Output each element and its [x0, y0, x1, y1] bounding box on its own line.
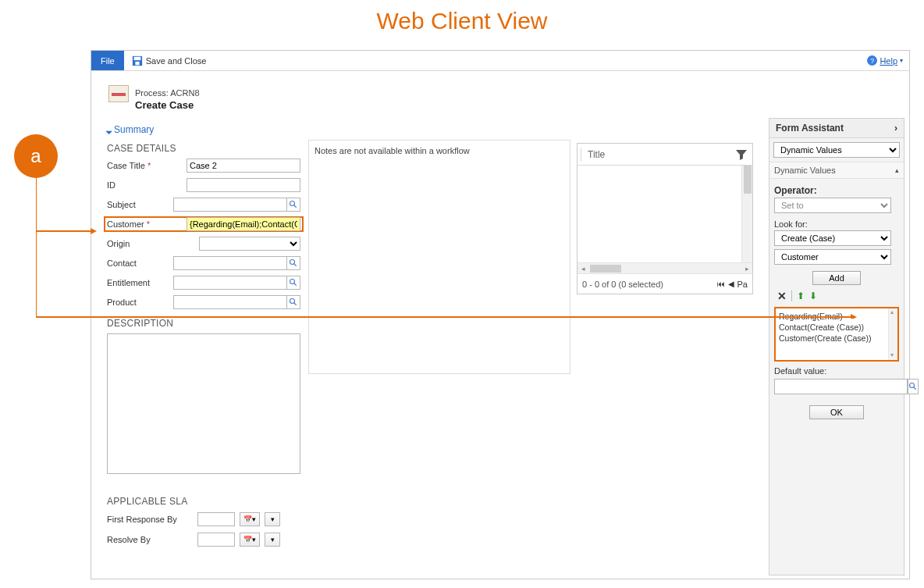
product-input[interactable] — [173, 295, 286, 309]
help-link[interactable]: ? Help ▾ — [867, 51, 909, 70]
first-response-time-picker[interactable]: ▾ — [265, 512, 280, 526]
move-up-icon[interactable]: ⬆ — [797, 290, 805, 301]
sla-section: APPLICABLE SLA First Response By 📅▾ ▾ Re… — [107, 496, 300, 547]
save-icon — [132, 55, 143, 66]
default-value-lookup-button[interactable] — [908, 379, 919, 394]
svg-rect-7 — [133, 56, 140, 59]
list-item[interactable]: Customer(Create (Case)) — [779, 333, 894, 344]
default-value-input[interactable] — [774, 379, 908, 394]
lookup-icon — [908, 382, 918, 391]
ok-button[interactable]: OK — [809, 405, 864, 419]
svg-point-17 — [910, 383, 915, 388]
case-title-input[interactable] — [187, 159, 300, 173]
svg-rect-8 — [135, 61, 139, 64]
description-section: DESCRIPTION — [107, 318, 300, 474]
description-heading: DESCRIPTION — [107, 318, 300, 329]
notes-unavailable-message: Notes are not available within a workflo… — [315, 146, 470, 155]
entitlement-lookup-button[interactable] — [286, 276, 300, 290]
origin-select[interactable] — [199, 237, 300, 251]
help-label: Help — [880, 56, 897, 66]
customer-input[interactable] — [187, 217, 300, 231]
lookup-icon — [289, 278, 298, 287]
notes-panel — [308, 140, 570, 374]
svg-point-15 — [290, 299, 295, 304]
page-heading: Web Client View — [0, 0, 924, 37]
grid-column-title[interactable]: Title — [588, 149, 735, 160]
case-title-label: Case Title — [107, 161, 187, 170]
summary-tab[interactable]: Summary — [107, 124, 154, 135]
entitlement-label: Entitlement — [107, 278, 173, 287]
svg-line-10 — [294, 205, 297, 208]
form-assistant-title: Form Assistant — [776, 123, 844, 134]
form-assistant-panel: Form Assistant › Dynamic Values Dynamic … — [769, 118, 904, 576]
resolve-by-time-picker[interactable]: ▾ — [265, 533, 280, 547]
lookup-icon — [289, 298, 298, 307]
collapse-up-icon[interactable]: ▴ — [895, 166, 899, 174]
first-response-date-input[interactable] — [197, 512, 235, 526]
subject-input[interactable] — [173, 198, 286, 212]
product-label: Product — [107, 298, 173, 307]
process-step: Create Case — [135, 99, 200, 111]
product-lookup-button[interactable] — [286, 295, 300, 309]
contact-label: Contact — [107, 258, 173, 268]
lookup-icon — [289, 258, 298, 268]
app-window: File Save and Close ? Help ▾ Process: AC… — [91, 50, 910, 579]
list-item[interactable]: Regarding(Email) — [779, 311, 894, 322]
subject-label: Subject — [107, 200, 173, 209]
operator-select[interactable]: Set to — [774, 198, 891, 213]
assistant-mode-select[interactable]: Dynamic Values — [773, 142, 900, 158]
grid-horizontal-scrollbar[interactable]: ◂▸ — [578, 262, 752, 273]
svg-point-13 — [290, 280, 295, 284]
customer-row-highlight: Customer — [104, 216, 304, 232]
grid-first-page-button[interactable]: ⏮ — [717, 280, 725, 288]
svg-line-12 — [294, 264, 297, 266]
move-down-icon[interactable]: ⬇ — [809, 290, 817, 301]
list-item[interactable]: Contact(Create (Case)) — [779, 322, 894, 333]
case-details-heading: CASE DETAILS — [107, 143, 300, 154]
save-and-close-label: Save and Close — [146, 56, 207, 66]
top-toolbar: File Save and Close ? Help ▾ — [91, 51, 909, 71]
collapse-icon[interactable]: › — [894, 123, 897, 134]
svg-point-11 — [290, 260, 295, 265]
svg-line-16 — [294, 303, 297, 305]
window-content: Process: ACRN8 Create Case Summary CASE … — [91, 71, 909, 579]
case-details-section: CASE DETAILS Case Title ID Subject — [107, 143, 300, 310]
process-header: Process: ACRN8 Create Case — [108, 85, 200, 111]
remove-icon[interactable]: ✕ — [777, 290, 787, 302]
default-value-label: Default value: — [774, 366, 899, 376]
id-label: ID — [107, 180, 187, 190]
lookup-icon — [289, 200, 298, 209]
grid-vertical-scrollbar[interactable] — [741, 166, 752, 262]
process-icon — [108, 85, 129, 102]
list-scrollbar[interactable] — [888, 308, 897, 360]
file-button[interactable]: File — [91, 51, 124, 70]
svg-point-9 — [290, 201, 295, 206]
svg-line-14 — [294, 283, 297, 286]
resolve-by-label: Resolve By — [107, 535, 193, 544]
look-for-entity-select[interactable]: Create (Case) — [774, 230, 891, 246]
contact-lookup-button[interactable] — [286, 256, 300, 270]
look-for-label: Look for: — [774, 219, 899, 229]
first-response-date-picker[interactable]: 📅▾ — [240, 512, 260, 526]
id-input[interactable] — [187, 178, 300, 192]
resolve-by-date-picker[interactable]: 📅▾ — [240, 533, 260, 547]
related-grid: Title ◂▸ 0 - 0 of 0 (0 selected) ⏮ ◀ Pa — [577, 143, 753, 294]
grid-prev-page-button[interactable]: ◀ — [728, 280, 734, 288]
contact-input[interactable] — [173, 256, 286, 270]
add-button[interactable]: Add — [812, 271, 861, 285]
process-name: Process: ACRN8 — [135, 88, 200, 98]
sla-heading: APPLICABLE SLA — [107, 496, 300, 507]
dynamic-values-list-highlight[interactable]: Regarding(Email) Contact(Create (Case)) … — [774, 307, 899, 362]
resolve-by-date-input[interactable] — [197, 533, 235, 547]
help-icon: ? — [867, 55, 877, 66]
grid-body — [578, 166, 752, 262]
description-textarea[interactable] — [107, 333, 300, 474]
origin-label: Origin — [107, 239, 199, 248]
operator-label: Operator: — [774, 185, 899, 196]
entitlement-input[interactable] — [173, 276, 286, 290]
save-and-close-button[interactable]: Save and Close — [124, 51, 215, 70]
filter-icon[interactable] — [735, 148, 748, 161]
annotation-badge-a: a — [14, 134, 58, 178]
look-for-attribute-select[interactable]: Customer — [774, 249, 891, 265]
subject-lookup-button[interactable] — [286, 198, 300, 212]
